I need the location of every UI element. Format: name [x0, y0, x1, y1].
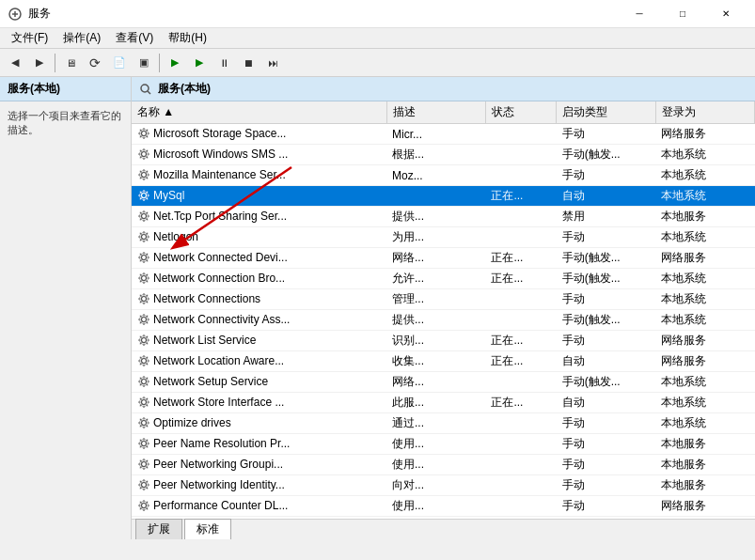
svg-point-19: [142, 296, 147, 301]
window-title: 服务: [28, 6, 618, 22]
service-desc-cell: 允许...: [386, 269, 485, 289]
pause-button[interactable]: ⏸: [212, 52, 235, 74]
bottom-tabs: 扩展 标准: [132, 519, 755, 539]
table-row[interactable]: Network Store Interface ...此服...正在...自动本…: [132, 393, 755, 413]
svg-line-2: [148, 91, 150, 94]
svg-point-5: [142, 151, 147, 156]
table-row[interactable]: Peer Networking Groupi...使用...手动本地服务: [132, 455, 755, 475]
svg-point-1: [141, 85, 149, 92]
svg-point-17: [142, 275, 147, 280]
export-button[interactable]: 📄: [108, 52, 131, 74]
service-startup-cell: 手动(触发...: [557, 372, 655, 393]
col-header-desc[interactable]: 描述: [386, 101, 485, 124]
restart-button[interactable]: ⏭: [261, 52, 284, 74]
service-status-cell: [485, 455, 556, 475]
table-row[interactable]: Network Connections管理...手动本地系统: [132, 289, 755, 310]
service-desc-cell: 识别...: [386, 331, 485, 351]
stop-button[interactable]: ⏹: [237, 52, 260, 74]
table-row[interactable]: Microsoft Windows SMS ...根据...手动(触发...本地…: [132, 145, 755, 165]
service-desc-cell: 使用...: [386, 434, 485, 455]
back-button[interactable]: ◀: [4, 52, 26, 74]
service-status-cell: [485, 517, 556, 520]
service-login-cell: 本地服务: [655, 207, 754, 227]
menu-item-a[interactable]: 操作(A): [55, 28, 108, 48]
service-startup-cell: 手动: [557, 331, 655, 351]
svg-point-15: [142, 255, 147, 259]
toolbar-separator-2: [159, 54, 160, 72]
svg-point-9: [142, 193, 147, 197]
service-name-cell: Network List Service: [132, 331, 386, 351]
col-header-status[interactable]: 状态: [485, 101, 556, 124]
service-status-cell: [485, 145, 556, 165]
service-login-cell: 本地系统: [655, 165, 754, 186]
table-row[interactable]: Network List Service识别...正在...手动网络服务: [132, 331, 755, 351]
service-login-cell: 本地系统: [655, 310, 754, 331]
service-login-cell: 本地服务: [655, 475, 754, 496]
service-startup-cell: 手动: [557, 413, 655, 434]
table-row[interactable]: Optimize drives通过...手动本地系统: [132, 413, 755, 434]
svg-point-38: [140, 480, 149, 489]
service-desc-cell: 使用...: [386, 496, 485, 517]
menu-item-f[interactable]: 文件(F): [4, 28, 55, 48]
console-root-button[interactable]: 🖥: [59, 52, 82, 74]
service-desc-cell: 为用...: [386, 227, 485, 248]
maximize-button[interactable]: □: [661, 0, 704, 28]
col-header-login[interactable]: 登录为: [655, 101, 754, 124]
table-row[interactable]: Net.Tcp Port Sharing Ser...提供...禁用本地服务: [132, 207, 755, 227]
svg-point-30: [140, 397, 149, 406]
svg-point-6: [140, 149, 149, 158]
tab-expand[interactable]: 扩展: [135, 519, 182, 539]
table-row[interactable]: Network Connection Bro...允许...正在...手动(触发…: [132, 269, 755, 289]
menu-item-v[interactable]: 查看(V): [108, 28, 161, 48]
svg-point-26: [140, 356, 149, 365]
service-name-cell: Peer Name Resolution Pr...: [132, 434, 386, 455]
properties-button[interactable]: ▣: [133, 52, 155, 74]
services-table-container[interactable]: 名称 ▲ 描述 状态 启动类型 登录为 Microsoft Storage Sp…: [132, 101, 755, 519]
service-status-cell: [485, 289, 556, 310]
service-status-cell: 正在...: [485, 248, 556, 269]
table-row[interactable]: Network Location Aware...收集...正在...自动网络服…: [132, 351, 755, 372]
svg-point-21: [142, 317, 147, 321]
table-row[interactable]: Network Connected Devi...网络...正在...手动(触发…: [132, 248, 755, 269]
service-startup-cell: 自动: [557, 351, 655, 372]
table-row[interactable]: Network Connectivity Ass...提供...手动(触发...…: [132, 310, 755, 331]
col-header-startup[interactable]: 启动类型: [557, 101, 655, 124]
menu-item-h[interactable]: 帮助(H): [161, 28, 214, 48]
service-status-cell: [485, 227, 556, 248]
service-name-cell: Peer Networking Groupi...: [132, 455, 386, 475]
table-row[interactable]: Peer Networking Identity...向对...手动本地服务: [132, 475, 755, 496]
services-table: 名称 ▲ 描述 状态 启动类型 登录为 Microsoft Storage Sp…: [132, 101, 755, 519]
minimize-button[interactable]: ─: [618, 0, 661, 28]
svg-point-25: [142, 358, 147, 363]
service-name-cell: Net.Tcp Port Sharing Ser...: [132, 207, 386, 227]
left-panel-header: 服务(本地): [0, 77, 131, 101]
table-row[interactable]: Peer Name Resolution Pr...使用...手动本地服务: [132, 434, 755, 455]
close-button[interactable]: ✕: [704, 0, 747, 28]
table-row[interactable]: MySql正在...自动本地系统: [132, 186, 755, 207]
service-login-cell: 本地服务: [655, 455, 754, 475]
service-name-cell: Network Connected Devi...: [132, 248, 386, 269]
service-desc-cell: 通过...: [386, 413, 485, 434]
table-row[interactable]: Performance Counter DL...使用...手动网络服务: [132, 496, 755, 517]
table-row[interactable]: Microsoft Storage Space...Micr...手动网络服务: [132, 124, 755, 145]
refresh-button[interactable]: ⟳: [84, 52, 106, 74]
table-row[interactable]: Performance Logs & Aler...性能...手动本地系统: [132, 517, 755, 520]
start-service-button[interactable]: ▶: [164, 52, 186, 74]
service-login-cell: 网络服务: [655, 496, 754, 517]
col-header-name[interactable]: 名称 ▲: [132, 101, 386, 124]
svg-point-29: [142, 399, 147, 404]
svg-point-7: [142, 172, 147, 177]
resume-button[interactable]: ▶: [188, 52, 211, 74]
table-row[interactable]: Mozilla Maintenance Ser...Moz...手动本地系统: [132, 165, 755, 186]
svg-point-27: [142, 379, 147, 383]
right-panel-title: 服务(本地): [158, 81, 211, 97]
menu-bar: 文件(F)操作(A)查看(V)帮助(H): [0, 28, 755, 49]
service-name-cell: Peer Networking Identity...: [132, 475, 386, 496]
tab-standard[interactable]: 标准: [184, 519, 231, 539]
table-row[interactable]: Network Setup Service网络...手动(触发...本地系统: [132, 372, 755, 393]
forward-button[interactable]: ▶: [28, 52, 51, 74]
service-login-cell: 本地系统: [655, 517, 754, 520]
svg-point-36: [140, 459, 149, 468]
service-login-cell: 网络服务: [655, 351, 754, 372]
table-row[interactable]: Netlogon为用...手动本地系统: [132, 227, 755, 248]
